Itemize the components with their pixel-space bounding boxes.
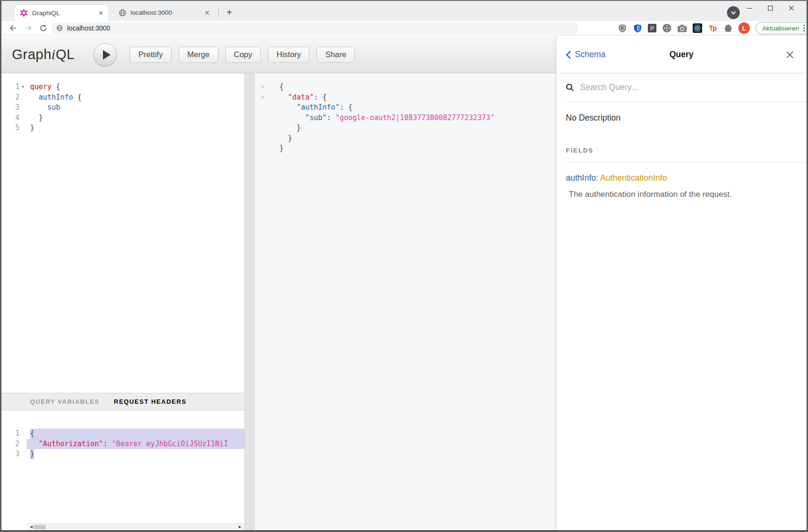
request-headers-editor[interactable]: 1{2 "Authorization": "Bearer eyJhbGciOiJ…	[1, 410, 245, 523]
code-line: 5}	[1, 123, 245, 133]
code-line-content: query {	[27, 82, 245, 92]
doc-search-input[interactable]	[579, 82, 807, 93]
scroll-right-icon[interactable]: ►	[238, 524, 242, 530]
code-line: 4 }	[1, 113, 245, 123]
tab-title: GraphiQL	[32, 10, 96, 17]
address-bar[interactable]: localhost:3000	[51, 22, 578, 34]
code-line: 3 sub	[1, 102, 245, 113]
extensions-puzzle-icon[interactable]	[723, 23, 733, 33]
code-line: ▼{	[255, 82, 559, 92]
fold-gutter	[258, 123, 267, 133]
doc-search-row	[566, 73, 807, 102]
line-number: 1	[1, 429, 20, 439]
code-line-content: "authInfo": {	[267, 102, 559, 113]
line-number	[255, 82, 258, 92]
line-number: 2	[1, 439, 20, 450]
line-number	[255, 123, 258, 133]
doc-back-link[interactable]: Schema	[566, 50, 605, 60]
scrollbar-thumb[interactable]	[33, 525, 46, 529]
line-number	[255, 92, 258, 103]
browser-toolbar: localhost:3000 P Tp	[1, 21, 807, 35]
fold-gutter	[258, 102, 267, 113]
code-line: ▼ "data": {	[255, 92, 559, 103]
line-number: 4	[1, 113, 20, 123]
doc-back-label: Schema	[575, 50, 605, 60]
chrome-update-menu-button[interactable]: Aktualisieren	[756, 22, 808, 34]
field-name-link[interactable]: authInfo	[566, 173, 596, 183]
fold-gutter	[20, 439, 27, 450]
code-line-content: }	[27, 113, 245, 123]
camera-extension-icon[interactable]	[677, 23, 687, 33]
code-line: "authInfo": {	[255, 102, 559, 113]
field-type-link[interactable]: AuthenticationInfo	[600, 173, 667, 183]
fold-gutter	[20, 449, 27, 460]
react-devtools-extension-icon[interactable]	[693, 23, 702, 33]
fold-arrow-icon[interactable]: ▼	[258, 82, 267, 92]
fold-gutter	[20, 113, 27, 123]
close-button[interactable]	[781, 2, 802, 14]
back-button[interactable]	[7, 22, 19, 34]
move-tool-extension-icon[interactable]	[662, 23, 672, 33]
tab-localhost[interactable]: localhost:3000	[113, 4, 215, 21]
bitwarden-extension-icon[interactable]	[633, 23, 642, 33]
line-number	[255, 102, 258, 113]
scroll-left-icon[interactable]: ◄	[29, 524, 33, 530]
fold-gutter	[258, 143, 267, 154]
fold-arrow-icon[interactable]: ▾	[20, 82, 27, 92]
ublock-extension-icon[interactable]	[617, 23, 627, 33]
line-number	[255, 133, 258, 144]
result-viewer[interactable]: ▼{▼ "data": { "authInfo": { "sub": "goog…	[255, 73, 559, 530]
minimize-button[interactable]	[739, 2, 760, 14]
code-line-content: }	[267, 123, 559, 133]
copy-button[interactable]: Copy	[225, 47, 261, 63]
globe-icon	[119, 9, 126, 17]
tab-search-button[interactable]	[727, 6, 740, 19]
horizontal-scrollbar[interactable]: ◄ ►	[27, 523, 245, 530]
tab-close-icon[interactable]	[96, 9, 105, 17]
doc-explorer-header: Schema Query	[556, 36, 807, 73]
profile-avatar[interactable]: L	[738, 22, 750, 34]
chevron-down-icon	[731, 11, 736, 15]
fold-gutter	[20, 123, 27, 133]
line-number: 3	[1, 449, 20, 460]
line-number: 2	[1, 92, 20, 103]
kebab-menu-icon	[803, 24, 805, 32]
code-line-content: }	[27, 449, 245, 460]
code-line-content: "sub": "google-oauth2|108377380082777232…	[267, 113, 559, 123]
code-line-content: }	[27, 123, 245, 133]
reload-button[interactable]	[38, 22, 49, 34]
code-line: 2 authInfo {	[1, 92, 245, 103]
share-button[interactable]: Share	[317, 47, 355, 63]
maximize-button[interactable]	[760, 2, 781, 14]
code-line-content: }	[267, 133, 559, 144]
code-line-content: "Authorization": "Bearer eyJhbGciOiJSUzI…	[27, 439, 245, 450]
tab-graphiql[interactable]: GraphiQL	[14, 4, 109, 21]
pane-resize-divider[interactable]	[245, 73, 255, 530]
fields-divider	[566, 162, 807, 163]
line-number: 1	[1, 82, 20, 92]
tab-query-variables[interactable]: QUERY VARIABLES	[30, 398, 100, 405]
fold-gutter	[20, 102, 27, 113]
code-line-content: }	[267, 143, 559, 154]
query-editor[interactable]: 1▾query {2 authInfo {3 sub4 }5}	[1, 73, 245, 393]
code-line-content: "data": {	[267, 92, 559, 103]
fold-gutter	[20, 92, 27, 103]
doc-close-button[interactable]	[785, 50, 795, 60]
forward-button[interactable]	[22, 22, 34, 34]
history-button[interactable]: History	[268, 47, 309, 63]
line-number	[255, 143, 258, 154]
prettify-button[interactable]: Prettify	[130, 47, 171, 63]
fold-gutter	[20, 429, 27, 439]
graphiql-favicon-icon	[20, 9, 28, 17]
merge-button[interactable]: Merge	[179, 47, 218, 63]
field-row-authinfo: authInfo: AuthenticationInfo	[566, 173, 807, 183]
p-extension-icon[interactable]: P	[648, 23, 656, 33]
execute-query-button[interactable]	[93, 43, 117, 66]
fold-arrow-icon[interactable]: ▼	[258, 92, 267, 103]
code-line: }	[255, 123, 559, 133]
chevron-left-icon	[566, 51, 571, 59]
tp-extension-icon[interactable]: Tp	[708, 23, 717, 33]
tab-request-headers[interactable]: REQUEST HEADERS	[114, 398, 187, 405]
new-tab-button[interactable]: +	[223, 6, 236, 19]
tab-close-icon[interactable]	[203, 9, 211, 17]
